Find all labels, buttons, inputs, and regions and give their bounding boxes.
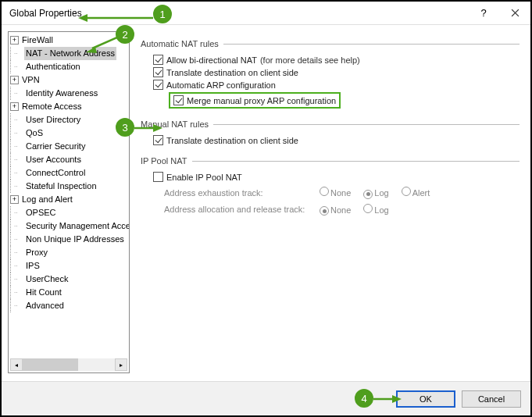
svg-line-2	[92, 37, 117, 48]
tree-item-user-accounts[interactable]: ··User Accounts	[10, 153, 129, 166]
radio-none[interactable]	[320, 206, 329, 216]
tree-item-qos[interactable]: ··QoS	[10, 127, 129, 140]
tree-item-label: Stateful Inspection	[24, 180, 98, 193]
scroll-left-icon[interactable]: ◂	[10, 358, 23, 371]
tree-item-connectcontrol[interactable]: ··ConnectControl	[10, 166, 129, 180]
row-translate-auto: Translate destination on client side	[153, 67, 520, 77]
row-exhaustion: Address exhaustion track: NoneLogAlert	[164, 187, 520, 199]
tree-item-identity-awareness[interactable]: ··Identity Awareness	[10, 87, 129, 100]
check-auto-arp[interactable]	[153, 80, 163, 90]
expand-icon[interactable]: +	[10, 36, 19, 45]
tree-item-label: Authentication	[24, 60, 82, 73]
tree-item-label: Remote Access	[20, 100, 83, 113]
label-auto-arp: Automatic ARP configuration	[166, 80, 276, 90]
tree-item-log-and-alert[interactable]: +Log and Alert	[10, 193, 129, 206]
window-title: Global Properties	[9, 8, 82, 19]
dialog-footer: OK Cancel	[2, 381, 530, 415]
tree-item-user-directory[interactable]: ··User Directory	[10, 113, 129, 127]
label-enable-pool: Enable IP Pool NAT	[166, 173, 242, 182]
tree-item-label: QoS	[24, 127, 45, 140]
nav-tree[interactable]: +FireWall··NAT - Network Address··Authen…	[8, 31, 130, 373]
svg-marker-7	[392, 395, 402, 403]
settings-panel: Automatic NAT rules Allow bi-directional…	[130, 25, 530, 380]
help-button[interactable]: ?	[468, 2, 499, 25]
tree-item-proxy[interactable]: ··Proxy	[10, 246, 129, 259]
radio-label-log: Log	[374, 188, 388, 198]
label-allow-bidir: Allow bi-directional NAT	[166, 55, 257, 65]
svg-marker-1	[78, 14, 87, 22]
tree-item-label: UserCheck	[24, 273, 70, 286]
section-ip-pool: IP Pool NAT	[141, 156, 520, 166]
hint-allow-bidir: (for more details see help)	[260, 55, 360, 65]
tree-item-non-unique-ip-addresses[interactable]: ··Non Unique IP Addresses	[10, 233, 129, 246]
tree-item-label: User Directory	[24, 113, 82, 127]
label-exhaustion: Address exhaustion track:	[164, 188, 309, 198]
label-translate-manual: Translate destination on client side	[166, 136, 298, 145]
callout-1: 1	[153, 5, 172, 23]
section-manual-nat: Manual NAT rules	[141, 119, 520, 129]
tree-item-remote-access[interactable]: +Remote Access	[10, 100, 129, 113]
tree-item-opsec[interactable]: ··OPSEC	[10, 206, 129, 219]
tree-item-advanced[interactable]: ··Advanced	[10, 299, 129, 312]
tree-item-label: Log and Alert	[20, 193, 74, 206]
tree-item-label: ConnectControl	[24, 166, 87, 180]
label-translate-auto: Translate destination on client side	[166, 68, 298, 77]
tree-item-label: OPSEC	[24, 206, 58, 219]
tree-item-stateful-inspection[interactable]: ··Stateful Inspection	[10, 180, 129, 193]
callout-3: 3	[116, 118, 134, 137]
scroll-thumb[interactable]	[23, 358, 78, 371]
tree-item-hit-count[interactable]: ··Hit Count	[10, 286, 129, 299]
radio-label-none: None	[330, 188, 351, 198]
tree-item-ips[interactable]: ··IPS	[10, 259, 129, 273]
tree-item-security-management-access[interactable]: ··Security Management Access	[10, 219, 129, 233]
tree-h-scrollbar[interactable]: ◂ ▸	[10, 358, 127, 371]
radio-none[interactable]	[320, 187, 329, 196]
tree-item-label: Non Unique IP Addresses	[24, 233, 126, 246]
check-translate-auto[interactable]	[153, 67, 163, 77]
svg-marker-3	[86, 47, 97, 53]
tree-item-authentication[interactable]: ··Authentication	[10, 60, 129, 73]
row-allocation: Address allocation and release track: No…	[164, 204, 520, 216]
tree-item-label: Proxy	[24, 246, 49, 259]
tree-item-usercheck[interactable]: ··UserCheck	[10, 273, 129, 286]
tree-item-label: Hit Count	[24, 286, 63, 299]
check-enable-pool[interactable]	[153, 172, 163, 182]
tree-item-label: Security Management Access	[24, 219, 129, 233]
radio-log[interactable]	[363, 190, 373, 199]
tree-item-vpn[interactable]: +VPN	[10, 73, 129, 87]
check-merge-arp[interactable]	[173, 95, 184, 105]
check-translate-manual[interactable]	[153, 135, 163, 145]
tree-item-carrier-security[interactable]: ··Carrier Security	[10, 140, 129, 153]
expand-icon[interactable]: +	[10, 195, 19, 204]
radio-log[interactable]	[363, 204, 373, 213]
scroll-right-icon[interactable]: ▸	[115, 358, 127, 371]
check-allow-bidir[interactable]	[153, 55, 163, 65]
radio-alert[interactable]	[402, 187, 411, 196]
section-automatic-nat: Automatic NAT rules	[141, 39, 520, 48]
expand-icon[interactable]: +	[10, 102, 19, 111]
label-allocation: Address allocation and release track:	[164, 205, 309, 214]
radio-label-alert: Alert	[412, 188, 430, 198]
row-auto-arp: Automatic ARP configuration	[153, 80, 520, 90]
tree-item-label: Identity Awareness	[24, 87, 99, 100]
expand-icon[interactable]: +	[10, 76, 19, 84]
tree-item-label: VPN	[20, 73, 41, 87]
row-allow-bidir: Allow bi-directional NAT (for more detai…	[153, 55, 520, 65]
tree-item-label: User Accounts	[24, 153, 83, 166]
label-merge-arp: Merge manual proxy ARP configuration	[187, 96, 336, 105]
highlight-merge-arp: Merge manual proxy ARP configuration	[169, 92, 341, 109]
callout-4: 4	[355, 389, 373, 408]
tree-item-label: Carrier Security	[24, 140, 87, 153]
svg-marker-5	[153, 124, 162, 132]
tree-item-label: Advanced	[24, 299, 66, 312]
close-button[interactable]	[499, 2, 530, 25]
tree-item-label: FireWall	[20, 34, 55, 47]
row-enable-pool: Enable IP Pool NAT	[153, 172, 520, 182]
tree-item-label: IPS	[24, 259, 41, 273]
radio-label-none: None	[330, 205, 351, 215]
radio-label-log: Log	[374, 205, 388, 215]
ok-button[interactable]: OK	[396, 390, 455, 408]
callout-2: 2	[116, 25, 134, 44]
cancel-button[interactable]: Cancel	[462, 390, 521, 408]
row-translate-manual: Translate destination on client side	[153, 135, 520, 145]
